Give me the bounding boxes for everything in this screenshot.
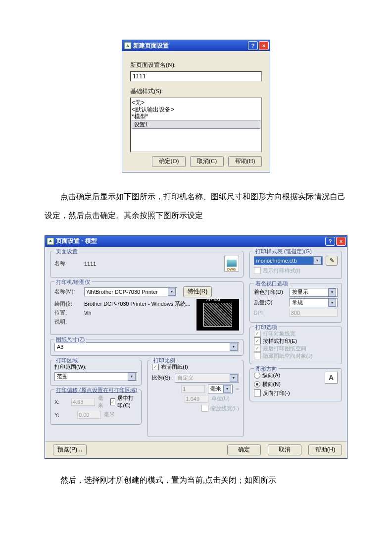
plotter-value: Brother DCP-7030 Printer - Windows 系统... — [84, 300, 191, 308]
shade-select[interactable]: 按显示▾ — [290, 288, 338, 297]
bottom-bar: 预览(P)... 确定 取消 帮助(H) — [45, 441, 347, 458]
unit-label: 毫米 — [98, 394, 108, 409]
print-range-select[interactable]: 范围▾ — [54, 372, 137, 381]
cancel-button[interactable]: 取消 — [268, 444, 301, 455]
chevron-down-icon: ▾ — [223, 385, 231, 393]
center-checkbox[interactable]: ✓居中打印(C) — [110, 394, 137, 409]
unit-select[interactable]: 毫米▾ — [208, 385, 233, 393]
opt-hide-paperspace-checkbox: 隐藏图纸空间对象(J) — [254, 352, 338, 360]
list-item[interactable]: <默认输出设备> — [132, 106, 260, 113]
fit-checkbox[interactable]: ✓布满图纸(I) — [152, 363, 239, 371]
chevron-down-icon: ▾ — [230, 374, 238, 382]
scale-lineweight-checkbox: 缩放线宽(L) — [152, 405, 239, 412]
group-print-scale: 打印比例 ✓布满图纸(I) 比例(S): 自定义▾ — [147, 360, 243, 437]
group-title[interactable]: 打印样式表 (笔指定)(G) — [254, 248, 313, 255]
chevron-down-icon: ▾ — [230, 343, 238, 351]
titlebar[interactable]: A 页面设置 - 模型 ? × — [45, 236, 347, 247]
x-input[interactable] — [71, 398, 95, 406]
group-title: 页面设置 — [54, 248, 79, 255]
scale-den-input[interactable] — [185, 395, 208, 403]
plotter-label: 绘图仪: — [54, 300, 81, 308]
page-setup-dialog: A 页面设置 - 模型 ? × 页面设置 名称: 1111 DWG — [45, 235, 347, 459]
name-value: 1111 — [84, 261, 96, 267]
ok-button[interactable]: 确定(O) — [152, 156, 186, 167]
chevron-down-icon: ▾ — [313, 257, 321, 265]
group-print-options: 打印选项 ✓打印对象线宽 ✓按样式打印(E) ✓最后打印图纸空间 隐藏图纸空间对… — [249, 327, 342, 364]
show-styles-checkbox: 显示打印样式(I) — [254, 267, 338, 275]
group-title[interactable]: 打印偏移 (原点设置在可打印区域) — [54, 387, 139, 394]
group-title: 图形方向 — [254, 365, 279, 373]
where-label: 位置: — [54, 309, 81, 317]
help-icon[interactable]: ? — [325, 237, 335, 246]
reverse-checkbox[interactable]: 反向打印(-) — [254, 389, 322, 397]
cancel-button[interactable]: 取消(C) — [190, 156, 224, 167]
dwg-icon: DWG — [224, 256, 239, 272]
desc-label: 说明: — [54, 318, 81, 326]
scale-label: 比例(S): — [152, 374, 172, 382]
help-button[interactable]: 帮助(H) — [308, 444, 342, 455]
base-style-label: 基础样式(S): — [130, 87, 262, 96]
dpi-label: DPI — [254, 310, 287, 316]
y-label: Y: — [54, 412, 74, 418]
dialog-title: 新建页面设置 — [133, 42, 248, 50]
chevron-down-icon: ▾ — [168, 288, 176, 296]
new-page-setup-dialog: A 新建页面设置 ? × 新页面设置名(N): 基础样式(S): <无> <默认… — [122, 40, 270, 172]
printer-select[interactable]: \\lh\Brother DCP-7030 Printer▾ — [84, 287, 177, 296]
list-item[interactable]: 设置1 — [132, 120, 260, 129]
group-title[interactable]: 图纸尺寸(Z) — [54, 336, 86, 343]
chevron-down-icon: ▾ — [328, 299, 336, 307]
list-item[interactable]: *模型* — [132, 113, 260, 120]
doc-paragraph: 点击确定后显示如下图所示，打印机名称、图纸尺寸和图形方向根据实际情况自己设定，然… — [45, 187, 347, 225]
dialog-title: 页面设置 - 模型 — [56, 237, 325, 245]
paper-size-select[interactable]: A3▾ — [54, 342, 239, 351]
group-orientation: 图形方向 纵向(A) 横向(N) 反向打印(-) A — [249, 368, 342, 401]
orientation-icon: A — [325, 372, 338, 384]
name-input[interactable] — [130, 71, 262, 81]
x-label: X: — [54, 399, 68, 405]
group-paper-size: 图纸尺寸(Z) A3▾ — [50, 339, 244, 356]
list-item[interactable]: <无> — [132, 99, 260, 106]
chevron-down-icon: ▾ — [128, 373, 136, 381]
group-title: 打印区域 — [54, 357, 79, 364]
group-print-offset: 打印偏移 (原点设置在可打印区域) X: 毫米 ✓居中打印(C) Y: — [50, 389, 142, 425]
range-label: 打印范围(W): — [54, 363, 137, 371]
preview-button[interactable]: 预览(P)... — [53, 444, 87, 455]
help-button[interactable]: 帮助(H) — [228, 156, 262, 167]
unit-label: 毫米 — [104, 411, 118, 418]
scale-num-input[interactable] — [181, 385, 205, 393]
plot-style-select[interactable]: monochrome.ctb▾ — [254, 256, 323, 265]
app-icon: A — [47, 238, 54, 245]
group-title: 打印机/绘图仪 — [54, 278, 92, 286]
group-print-area: 打印区域 打印范围(W): 范围▾ — [50, 360, 142, 386]
printer-name-label: 名称(M): — [54, 288, 81, 295]
portrait-radio[interactable]: 纵向(A) — [254, 372, 322, 379]
app-icon: A — [124, 42, 131, 49]
group-title: 着色视口选项 — [254, 280, 290, 287]
doc-paragraph: 然后，选择刚才所创建的模式，置为当前,点击关闭；如图所示 — [45, 471, 347, 490]
quality-select[interactable]: 常规▾ — [290, 298, 338, 307]
close-icon[interactable]: × — [336, 237, 346, 246]
y-input[interactable] — [77, 411, 101, 419]
titlebar[interactable]: A 新建页面设置 ? × — [122, 40, 270, 51]
unit-label: 单位(U) — [211, 395, 239, 402]
where-value: \\lh — [84, 310, 92, 316]
shade-label: 着色打印(D) — [254, 288, 287, 296]
group-title: 打印选项 — [254, 324, 279, 331]
landscape-radio[interactable]: 横向(N) — [254, 381, 322, 388]
edit-style-button[interactable]: ✎ — [326, 256, 338, 266]
group-title: 打印比例 — [152, 357, 177, 364]
group-viewport: 着色视口选项 着色打印(D) 按显示▾ 质量(Q) 常规▾ DPI — [249, 283, 342, 323]
opt-last-paperspace-checkbox: ✓最后打印图纸空间 — [254, 345, 338, 352]
base-style-list[interactable]: <无> <默认输出设备> *模型* 设置1 — [130, 98, 262, 152]
properties-button[interactable]: 特性(R) — [183, 286, 212, 297]
help-icon[interactable]: ? — [248, 41, 258, 50]
chevron-down-icon: ▾ — [328, 288, 336, 296]
scale-select[interactable]: 自定义▾ — [175, 374, 239, 383]
close-icon[interactable]: × — [259, 41, 269, 50]
ok-button[interactable]: 确定 — [227, 444, 261, 455]
equals-icon: = — [236, 386, 239, 392]
dpi-input — [290, 309, 338, 317]
quality-label: 质量(Q) — [254, 299, 287, 306]
opt-bystyle-checkbox[interactable]: ✓按样式打印(E) — [254, 337, 338, 345]
opt-lineweight-checkbox: ✓打印对象线宽 — [254, 330, 338, 337]
